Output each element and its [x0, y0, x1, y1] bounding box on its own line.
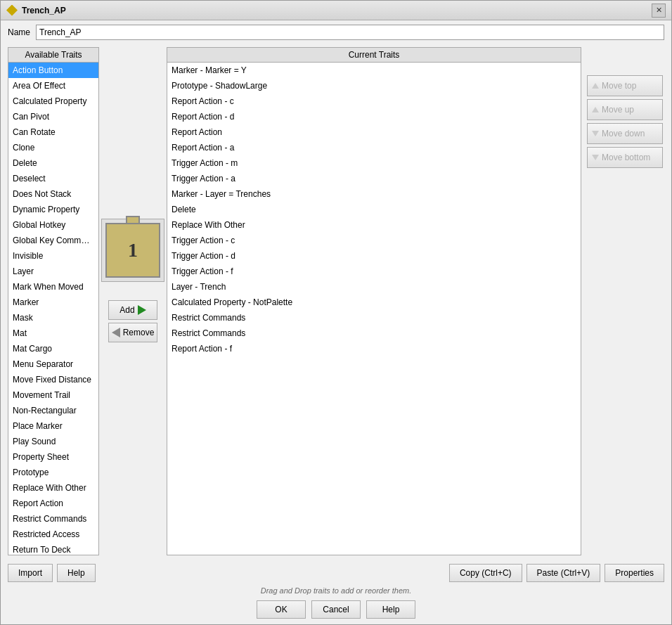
available-trait-item[interactable]: Restricted Access	[8, 527, 98, 542]
move-down-label: Move down	[602, 129, 645, 138]
available-trait-item[interactable]: Restrict Commands	[8, 511, 98, 527]
move-top-label: Move top	[602, 81, 636, 91]
available-traits-list[interactable]: Action ButtonArea Of EffectCalculated Pr…	[8, 63, 99, 555]
current-trait-item[interactable]: Report Action - f	[167, 341, 581, 356]
available-trait-item[interactable]: Property Sheet	[8, 449, 98, 465]
current-trait-item[interactable]: Restrict Commands	[167, 326, 581, 341]
available-trait-item[interactable]: Menu Separator	[8, 356, 98, 372]
current-trait-item[interactable]: Calculated Property - NotPalette	[167, 295, 581, 310]
available-trait-item[interactable]: Report Action	[8, 496, 98, 511]
main-window: Trench_AP ✕ Name Available Traits Action…	[0, 0, 672, 625]
current-traits-list[interactable]: Marker - Marker = YPrototype - ShadowLar…	[167, 63, 581, 555]
available-trait-item[interactable]: Does Not Stack	[8, 186, 98, 202]
ok-button[interactable]: OK	[257, 600, 306, 619]
copy-button[interactable]: Copy (Ctrl+C)	[449, 564, 522, 582]
current-trait-item[interactable]: Report Action - d	[167, 109, 581, 124]
available-trait-item[interactable]: Action Button	[8, 63, 98, 78]
available-trait-item[interactable]: Calculated Property	[8, 94, 98, 109]
footer-area: Import Help Copy (Ctrl+C) Paste (Ctrl+V)…	[1, 558, 671, 624]
current-trait-item[interactable]: Report Action - a	[167, 140, 581, 155]
available-trait-item[interactable]: Can Rotate	[8, 124, 98, 140]
available-trait-item[interactable]: Delete	[8, 155, 98, 171]
help2-button[interactable]: Help	[366, 600, 415, 619]
current-trait-item[interactable]: Layer - Trench	[167, 279, 581, 295]
add-button[interactable]: Add	[108, 300, 157, 320]
name-input[interactable]	[36, 25, 664, 40]
remove-button[interactable]: Remove	[108, 323, 157, 342]
available-trait-item[interactable]: Return To Deck	[8, 542, 98, 555]
current-traits-header: Current Traits	[167, 47, 581, 63]
current-trait-item[interactable]: Report Action - c	[167, 94, 581, 109]
available-trait-item[interactable]: Prototype	[8, 465, 98, 480]
available-trait-item[interactable]: Movement Trail	[8, 387, 98, 403]
available-trait-item[interactable]: Move Fixed Distance	[8, 372, 98, 387]
current-trait-item[interactable]: Trigger Action - f	[167, 264, 581, 279]
current-trait-item[interactable]: Trigger Action - d	[167, 248, 581, 264]
app-icon	[6, 5, 18, 16]
available-traits-header: Available Traits	[8, 47, 99, 63]
available-trait-item[interactable]: Layer	[8, 264, 98, 279]
available-trait-item[interactable]: Invisible	[8, 248, 98, 264]
available-traits-panel: Available Traits Action ButtonArea Of Ef…	[8, 47, 99, 555]
move-bottom-button[interactable]: Move bottom	[587, 147, 663, 168]
name-row: Name	[1, 20, 671, 44]
drag-hint: Drag and Drop traits to add or reorder t…	[8, 585, 664, 596]
current-trait-item[interactable]: Trigger Action - c	[167, 233, 581, 248]
current-trait-item[interactable]: Report Action	[167, 124, 581, 140]
add-remove-area: Add Remove	[108, 300, 157, 342]
current-trait-item[interactable]: Marker - Layer = Trenches	[167, 186, 581, 202]
title-bar-left: Trench_AP	[6, 5, 66, 16]
available-trait-item[interactable]: Can Pivot	[8, 109, 98, 124]
available-trait-item[interactable]: Place Marker	[8, 418, 98, 434]
move-up-label: Move up	[602, 105, 634, 115]
current-trait-item[interactable]: Trigger Action - m	[167, 155, 581, 171]
cancel-button[interactable]: Cancel	[311, 600, 361, 619]
properties-button[interactable]: Properties	[605, 564, 664, 582]
current-trait-item[interactable]: Trigger Action - a	[167, 171, 581, 186]
available-trait-item[interactable]: Play Sound	[8, 434, 98, 449]
piece-number: 1	[128, 239, 138, 262]
middle-panel: 1 Add Remove	[105, 47, 161, 555]
available-trait-item[interactable]: Mat	[8, 326, 98, 341]
available-trait-item[interactable]: Non-Rectangular	[8, 403, 98, 418]
available-trait-item[interactable]: Marker	[8, 295, 98, 310]
remove-arrow-icon	[112, 328, 120, 337]
piece-notch	[126, 216, 140, 223]
available-trait-item[interactable]: Replace With Other	[8, 480, 98, 496]
right-panel: Current Traits Marker - Marker = YProtot…	[167, 47, 664, 555]
footer-left-buttons: Import Help	[8, 564, 96, 582]
available-trait-item[interactable]: Global Hotkey	[8, 217, 98, 233]
available-trait-item[interactable]: Mark When Moved	[8, 279, 98, 295]
available-trait-item[interactable]: Dynamic Property	[8, 202, 98, 217]
move-down-button[interactable]: Move down	[587, 123, 663, 144]
current-trait-item[interactable]: Replace With Other	[167, 217, 581, 233]
current-trait-item[interactable]: Prototype - ShadowLarge	[167, 78, 581, 94]
available-trait-item[interactable]: Deselect	[8, 171, 98, 186]
title-bar: Trench_AP ✕	[1, 1, 671, 20]
add-label: Add	[119, 305, 134, 315]
available-trait-item[interactable]: Global Key Command	[8, 233, 98, 248]
move-top-button[interactable]: Move top	[587, 75, 663, 96]
side-buttons-panel: Move top Move up Move down Move bottom	[587, 47, 664, 555]
current-trait-item[interactable]: Marker - Marker = Y	[167, 63, 581, 78]
move-bottom-icon	[592, 155, 599, 160]
remove-label: Remove	[123, 328, 155, 337]
paste-button[interactable]: Paste (Ctrl+V)	[526, 564, 601, 582]
add-arrow-icon	[138, 305, 146, 315]
help-button[interactable]: Help	[57, 564, 96, 582]
piece-preview: 1	[101, 219, 164, 282]
close-button[interactable]: ✕	[652, 4, 666, 18]
available-trait-item[interactable]: Mat Cargo	[8, 341, 98, 356]
available-trait-item[interactable]: Area Of Effect	[8, 78, 98, 94]
move-top-icon	[592, 83, 599, 89]
ok-cancel-row: OK Cancel Help	[8, 596, 664, 621]
move-down-icon	[592, 131, 599, 136]
available-trait-item[interactable]: Mask	[8, 310, 98, 326]
current-trait-item[interactable]: Delete	[167, 202, 581, 217]
move-up-button[interactable]: Move up	[587, 99, 663, 120]
available-trait-item[interactable]: Clone	[8, 140, 98, 155]
current-trait-item[interactable]: Restrict Commands	[167, 310, 581, 326]
import-button[interactable]: Import	[8, 564, 53, 582]
current-traits-panel: Current Traits Marker - Marker = YProtot…	[167, 47, 581, 555]
window-title: Trench_AP	[22, 6, 66, 15]
